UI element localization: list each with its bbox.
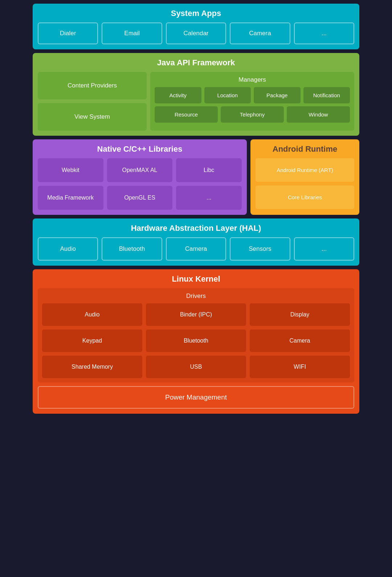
drivers-section: Drivers Audio Binder (IPC) Display Keypa… — [38, 288, 354, 382]
hal-grid: Audio Bluetooth Camera Sensors ... — [38, 237, 354, 261]
managers-row-2: Resource Telephony Window — [155, 106, 350, 123]
app-dialer: Dialer — [38, 22, 98, 44]
android-architecture-diagram: System Apps Dialer Email Calendar Camera… — [33, 4, 359, 414]
hal-more: ... — [294, 237, 354, 261]
content-providers-box: Content Providers — [38, 72, 147, 99]
driver-audio: Audio — [42, 303, 142, 326]
app-camera: Camera — [230, 22, 290, 44]
manager-activity: Activity — [155, 87, 201, 103]
manager-window: Window — [287, 106, 350, 123]
managers-section: Managers Activity Location Package Notif… — [150, 72, 354, 131]
driver-bluetooth: Bluetooth — [146, 330, 246, 352]
native-libs-grid: Webkit OpenMAX AL Libc Media Framework O… — [38, 158, 242, 210]
native-libs-layer: Native C/C++ Libraries Webkit OpenMAX AL… — [33, 139, 247, 215]
managers-row-1: Activity Location Package Notification — [155, 87, 350, 103]
driver-keypad: Keypad — [42, 330, 142, 352]
lib-openmax: OpenMAX AL — [107, 158, 173, 182]
linux-kernel-title: Linux Kernel — [38, 274, 354, 284]
lib-opengl: OpenGL ES — [107, 186, 173, 210]
lib-libc: Libc — [176, 158, 242, 182]
linux-kernel-layer: Linux Kernel Drivers Audio Binder (IPC) … — [33, 269, 359, 414]
driver-display: Display — [250, 303, 350, 326]
java-api-content: Content Providers View System Managers A… — [38, 72, 354, 131]
driver-wifi: WIFI — [250, 356, 350, 378]
managers-title: Managers — [155, 76, 350, 83]
native-libs-title: Native C/C++ Libraries — [38, 144, 242, 154]
native-runtime-row: Native C/C++ Libraries Webkit OpenMAX AL… — [33, 139, 359, 215]
hal-title: Hardware Abstraction Layer (HAL) — [38, 224, 354, 233]
runtime-core: Core Libraries — [256, 185, 354, 209]
driver-shared-memory: Shared Memory — [42, 356, 142, 378]
runtime-art: Android Runtime (ART) — [256, 158, 354, 182]
hal-camera: Camera — [166, 237, 226, 261]
manager-telephony: Telephony — [221, 106, 284, 123]
hal-bluetooth: Bluetooth — [102, 237, 162, 261]
java-api-left: Content Providers View System — [38, 72, 147, 131]
manager-notification: Notification — [303, 87, 350, 103]
lib-media: Media Framework — [38, 186, 103, 210]
drivers-title: Drivers — [42, 292, 350, 300]
managers-grid: Activity Location Package Notification R… — [155, 87, 350, 123]
hal-layer: Hardware Abstraction Layer (HAL) Audio B… — [33, 218, 359, 266]
lib-more: ... — [176, 186, 242, 210]
system-apps-layer: System Apps Dialer Email Calendar Camera… — [33, 4, 359, 49]
app-email: Email — [102, 22, 162, 44]
lib-webkit: Webkit — [38, 158, 103, 182]
drivers-grid: Audio Binder (IPC) Display Keypad Blueto… — [42, 303, 350, 378]
view-system-box: View System — [38, 103, 147, 131]
manager-package: Package — [254, 87, 301, 103]
driver-camera: Camera — [250, 330, 350, 352]
manager-location: Location — [204, 87, 251, 103]
system-apps-title: System Apps — [38, 9, 354, 18]
system-apps-grid: Dialer Email Calendar Camera ... — [38, 22, 354, 44]
android-runtime-layer: Android Runtime Android Runtime (ART) Co… — [250, 139, 359, 215]
hal-sensors: Sensors — [230, 237, 290, 261]
java-api-layer: Java API Framework Content Providers Vie… — [33, 53, 359, 136]
app-more: ... — [294, 22, 354, 44]
manager-resource: Resource — [155, 106, 218, 123]
android-runtime-title: Android Runtime — [256, 144, 354, 154]
app-calendar: Calendar — [166, 22, 226, 44]
driver-usb: USB — [146, 356, 246, 378]
power-management: Power Management — [38, 386, 354, 409]
driver-binder: Binder (IPC) — [146, 303, 246, 326]
hal-audio: Audio — [38, 237, 98, 261]
java-api-title: Java API Framework — [38, 58, 354, 67]
